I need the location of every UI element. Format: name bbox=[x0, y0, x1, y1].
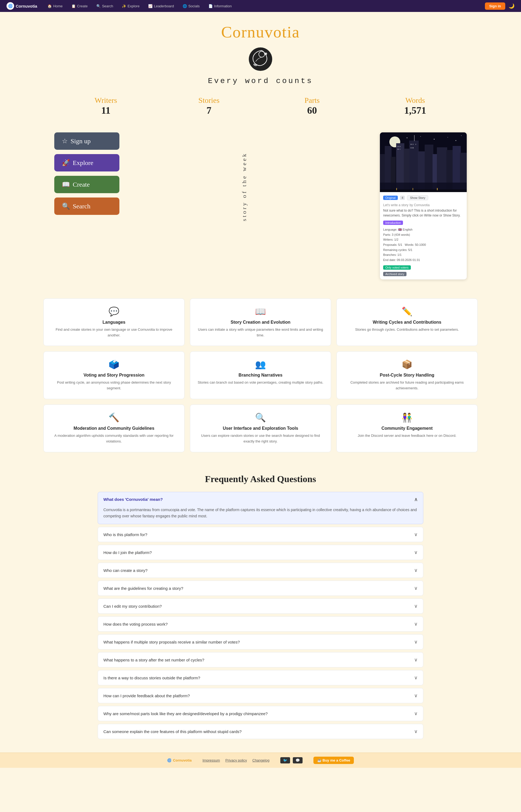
stat-stories: Stories 7 bbox=[157, 96, 260, 116]
feature-branching: 👥 Branching Narratives Stories can branc… bbox=[190, 351, 331, 399]
faq-question-text-7: What happens if multiple story proposals… bbox=[104, 640, 240, 644]
faq-question-12[interactable]: Can someone explain the core features of… bbox=[98, 724, 423, 739]
nav-socials[interactable]: 🌐 Socials bbox=[179, 2, 204, 10]
nav-items: 🏠 Home 📋 Create 🔍 Search ✨ Explore 📈 Lea… bbox=[44, 2, 482, 10]
show-story-button[interactable]: Show Story bbox=[407, 195, 428, 200]
signup-icon: ☆ bbox=[62, 137, 68, 145]
story-card-title: Let's write a story by Cornuvotia bbox=[383, 202, 463, 207]
svg-rect-37 bbox=[412, 188, 413, 190]
dark-mode-toggle[interactable]: 🌙 bbox=[508, 3, 515, 9]
faq-question-9[interactable]: Is there a way to discuss stories outsid… bbox=[98, 670, 423, 685]
nav-information[interactable]: 📄 Information bbox=[205, 2, 235, 10]
feature-post-cycle: 📦 Post-Cycle Story Handling Completed st… bbox=[337, 351, 478, 399]
footer-privacy[interactable]: Privacy policy bbox=[226, 758, 247, 762]
faq-question-1[interactable]: Who is this platform for?∨ bbox=[98, 527, 423, 542]
svg-point-8 bbox=[448, 137, 448, 138]
svg-rect-22 bbox=[412, 144, 413, 145]
nav-explore[interactable]: ✨ Explore bbox=[118, 2, 143, 10]
svg-point-5 bbox=[407, 138, 408, 138]
languages-icon: 💬 bbox=[50, 306, 178, 317]
badge-voted-voters: Only voted voters bbox=[383, 265, 411, 270]
stats-section: Writers 11 Stories 7 Parts 60 Words 1,57… bbox=[0, 91, 521, 121]
footer: 🌀 Cornuvotia Impressum Privacy policy Ch… bbox=[0, 752, 521, 768]
hero-title-plain: Cornu bbox=[221, 23, 265, 41]
faq-question-text-10: How can I provide feedback about the pla… bbox=[104, 693, 190, 698]
nav-search[interactable]: 🔍 Search bbox=[93, 2, 117, 10]
faq-question-7[interactable]: What happens if multiple story proposals… bbox=[98, 634, 423, 649]
svg-rect-24 bbox=[411, 147, 412, 148]
feature-moderation: 🔨 Moderation and Community Guidelines A … bbox=[43, 404, 184, 452]
features-grid: 💬 Languages Find and create stories in y… bbox=[43, 298, 478, 452]
footer-logo-icon: 🌀 bbox=[167, 758, 172, 762]
signup-button[interactable]: ☆ Sign up bbox=[54, 132, 119, 150]
sign-in-button[interactable]: Sign in bbox=[485, 2, 505, 10]
faq-chevron-10: ∨ bbox=[414, 693, 417, 699]
faq-question-text-8: What happens to a story after the set nu… bbox=[104, 658, 204, 662]
footer-changelog[interactable]: Changelog bbox=[252, 758, 269, 762]
feature-ui-tools: 🔍 User Interface and Exploration Tools U… bbox=[190, 404, 331, 452]
faq-question-10[interactable]: How can I provide feedback about the pla… bbox=[98, 688, 423, 703]
faq-question-5[interactable]: Can I edit my story contribution?∨ bbox=[98, 599, 423, 613]
ui-tools-icon: 🔍 bbox=[197, 412, 324, 423]
svg-point-7 bbox=[434, 139, 435, 140]
story-card: Original 4 Show Story Let's write a stor… bbox=[380, 132, 467, 279]
features-section: 💬 Languages Find and create stories in y… bbox=[0, 287, 521, 463]
faq-item-6: How does the voting process work?∨ bbox=[98, 617, 423, 632]
story-card-image bbox=[380, 132, 467, 192]
faq-item-8: What happens to a story after the set nu… bbox=[98, 652, 423, 667]
faq-question-3[interactable]: Who can create a story?∨ bbox=[98, 563, 423, 578]
feature-voting: 🗳️ Voting and Story Progression Post wri… bbox=[43, 351, 184, 399]
svg-rect-25 bbox=[412, 147, 413, 148]
create-button[interactable]: 📖 Create bbox=[54, 176, 119, 193]
faq-question-2[interactable]: How do I join the platform?∨ bbox=[98, 545, 423, 560]
faq-question-text-5: Can I edit my story contribution? bbox=[104, 604, 162, 608]
faq-question-text-4: What are the guidelines for creating a s… bbox=[104, 586, 183, 590]
footer-impressum[interactable]: Impressum bbox=[202, 758, 220, 762]
explore-button[interactable]: 🚀 Explore bbox=[54, 154, 119, 171]
faq-question-0[interactable]: What does 'Cornuvotia' mean?∧ bbox=[98, 492, 423, 507]
logo-icon: 🌀 bbox=[6, 2, 14, 10]
faq-chevron-4: ∨ bbox=[414, 585, 417, 591]
feature-community: 👫 Community Engagement Join the Discord … bbox=[337, 404, 478, 452]
faq-question-11[interactable]: Why are some/most parts look like they a… bbox=[98, 706, 423, 721]
faq-question-text-12: Can someone explain the core features of… bbox=[104, 729, 242, 734]
svg-rect-17 bbox=[398, 146, 399, 147]
faq-question-text-0: What does 'Cornuvotia' mean? bbox=[104, 497, 163, 502]
search-button[interactable]: 🔍 Search bbox=[54, 198, 119, 215]
story-card-container: Original 4 Show Story Let's write a stor… bbox=[380, 132, 467, 279]
main-content: ☆ Sign up 🚀 Explore 📖 Create 🔍 Search st… bbox=[0, 124, 521, 287]
feature-story-creation: 📖 Story Creation and Evolution Users can… bbox=[190, 298, 331, 346]
footer-logo: 🌀 Cornuvotia bbox=[167, 758, 192, 762]
faq-question-text-2: How do I join the platform? bbox=[104, 550, 152, 555]
faq-chevron-3: ∨ bbox=[414, 567, 417, 573]
faq-item-11: Why are some/most parts look like they a… bbox=[98, 706, 423, 721]
svg-rect-19 bbox=[398, 149, 399, 150]
svg-point-9 bbox=[456, 140, 456, 141]
faq-chevron-11: ∨ bbox=[414, 711, 417, 717]
faq-list: What does 'Cornuvotia' mean?∧Cornuvotia … bbox=[98, 492, 423, 739]
faq-question-6[interactable]: How does the voting process work?∨ bbox=[98, 617, 423, 631]
badge-num: 4 bbox=[400, 195, 405, 200]
stat-words: Words 1,571 bbox=[364, 96, 467, 116]
twitter-button[interactable]: 🐦 bbox=[280, 757, 290, 763]
footer-links: Impressum Privacy policy Changelog bbox=[202, 758, 269, 762]
create-icon: 📖 bbox=[62, 181, 70, 188]
buy-coffee-button[interactable]: ☕ Buy me a Coffee bbox=[313, 757, 354, 764]
faq-question-8[interactable]: What happens to a story after the set nu… bbox=[98, 652, 423, 667]
nav-logo[interactable]: 🌀 Cornuvotia bbox=[6, 2, 37, 10]
faq-chevron-5: ∨ bbox=[414, 603, 417, 609]
nav-create[interactable]: 📋 Create bbox=[68, 2, 91, 10]
faq-question-4[interactable]: What are the guidelines for creating a s… bbox=[98, 581, 423, 596]
community-icon: 👫 bbox=[343, 412, 471, 423]
faq-question-text-11: Why are some/most parts look like they a… bbox=[104, 711, 268, 716]
nav-home[interactable]: 🏠 Home bbox=[44, 2, 67, 10]
faq-item-2: How do I join the platform?∨ bbox=[98, 545, 423, 560]
nav-leaderboard[interactable]: 📈 Leaderboard bbox=[144, 2, 178, 10]
feature-writing-cycles: ✏️ Writing Cycles and Contributions Stor… bbox=[337, 298, 478, 346]
discord-button[interactable]: 💬 bbox=[293, 757, 302, 763]
faq-item-4: What are the guidelines for creating a s… bbox=[98, 581, 423, 596]
faq-item-3: Who can create a story?∨ bbox=[98, 563, 423, 578]
svg-point-2 bbox=[265, 53, 267, 55]
footer-social: 🐦 💬 bbox=[280, 757, 302, 763]
badge-original: Original bbox=[383, 195, 398, 200]
